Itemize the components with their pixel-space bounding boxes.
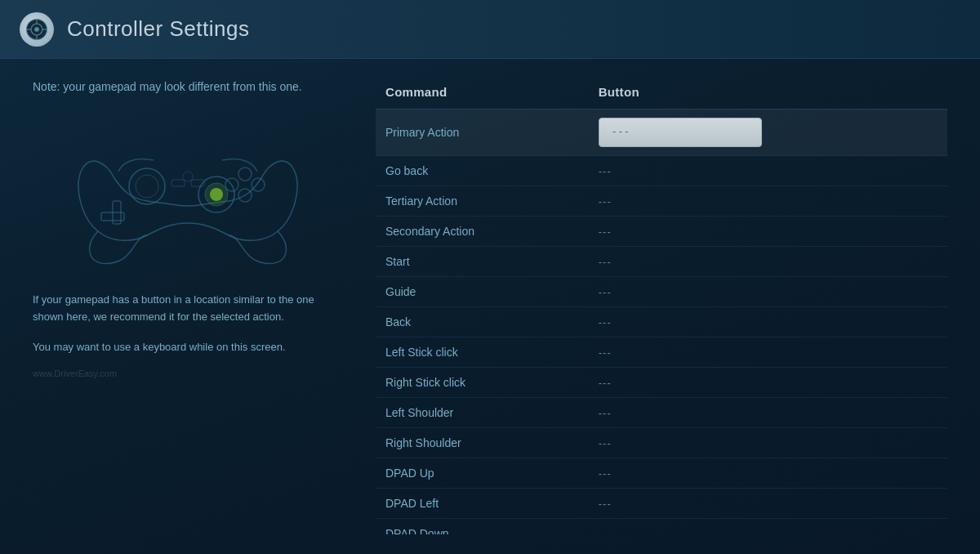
svg-point-15	[252, 178, 265, 191]
command-cell: Right Shoulder	[376, 428, 589, 458]
table-row[interactable]: Guide---	[376, 277, 947, 307]
gamepad-illustration	[65, 109, 310, 272]
button-cell[interactable]: ---	[589, 337, 947, 368]
command-cell: Right Stick click	[376, 368, 589, 398]
button-cell[interactable]: ---	[589, 489, 947, 519]
button-cell[interactable]: ---	[589, 217, 947, 247]
button-cell[interactable]: ---	[589, 428, 947, 458]
table-row[interactable]: Back---	[376, 307, 947, 337]
command-cell: Secondary Action	[376, 217, 589, 247]
controller-settings-table: Command Button Primary Action---Go back-…	[376, 78, 947, 534]
tip-text: If your gamepad has a button in a locati…	[33, 292, 343, 326]
svg-point-8	[136, 175, 158, 198]
table-row[interactable]: DPAD Up---	[376, 458, 947, 489]
svg-point-20	[183, 172, 193, 181]
button-cell[interactable]: ---	[589, 368, 947, 398]
command-cell: Left Shoulder	[376, 398, 589, 428]
page-title: Controller Settings	[67, 16, 249, 42]
command-cell: Left Stick click	[376, 337, 589, 368]
command-cell: Start	[376, 247, 589, 277]
button-cell[interactable]: ---	[589, 519, 947, 535]
table-row[interactable]: Left Shoulder---	[376, 398, 947, 428]
command-cell: Tertiary Action	[376, 186, 589, 217]
command-cell: Primary Action	[376, 109, 589, 156]
table-row[interactable]: Right Shoulder---	[376, 428, 947, 458]
watermark: www.DriverEasy.com	[33, 369, 343, 378]
command-cell: DPAD Left	[376, 489, 589, 519]
button-input-box[interactable]: ---	[599, 118, 762, 147]
button-cell[interactable]: ---	[589, 247, 947, 277]
table-row[interactable]: Start---	[376, 247, 947, 277]
button-header: Button	[589, 78, 947, 109]
header: Controller Settings	[0, 0, 980, 59]
button-cell[interactable]: ---	[589, 109, 947, 156]
button-cell[interactable]: ---	[589, 277, 947, 307]
svg-point-14	[238, 168, 252, 181]
table-body: Primary Action---Go back---Tertiary Acti…	[376, 109, 947, 535]
command-cell: Back	[376, 307, 589, 337]
table-row[interactable]: DPAD Down---	[376, 519, 947, 535]
svg-point-2	[34, 27, 39, 32]
table-row[interactable]: Go back---	[376, 156, 947, 186]
table-row[interactable]: Right Stick click---	[376, 368, 947, 398]
button-cell[interactable]: ---	[589, 156, 947, 186]
table-row[interactable]: Tertiary Action---	[376, 186, 947, 217]
table-header-row: Command Button	[376, 78, 947, 109]
keyboard-note: You may want to use a keyboard while on …	[33, 339, 343, 356]
left-panel: Note: your gamepad may look different fr…	[33, 78, 343, 534]
command-cell: DPAD Down	[376, 519, 589, 535]
svg-rect-18	[172, 180, 185, 186]
table-row[interactable]: Primary Action---	[376, 109, 947, 156]
table-row[interactable]: Left Stick click---	[376, 337, 947, 368]
button-cell[interactable]: ---	[589, 458, 947, 489]
command-cell: Guide	[376, 277, 589, 307]
svg-point-7	[129, 168, 165, 204]
button-cell[interactable]: ---	[589, 307, 947, 337]
command-cell: DPAD Up	[376, 458, 589, 489]
gamepad-note: Note: your gamepad may look different fr…	[33, 78, 343, 96]
button-cell[interactable]: ---	[589, 186, 947, 217]
command-cell: Go back	[376, 156, 589, 186]
table-row[interactable]: DPAD Left---	[376, 489, 947, 519]
steam-logo	[20, 12, 54, 47]
svg-point-11	[210, 188, 223, 201]
main-content: Note: your gamepad may look different fr…	[0, 59, 980, 554]
button-cell[interactable]: ---	[589, 398, 947, 428]
table-header: Command Button	[376, 78, 947, 109]
command-header: Command	[376, 78, 589, 109]
table-row[interactable]: Secondary Action---	[376, 217, 947, 247]
right-panel: Command Button Primary Action---Go back-…	[376, 78, 947, 534]
